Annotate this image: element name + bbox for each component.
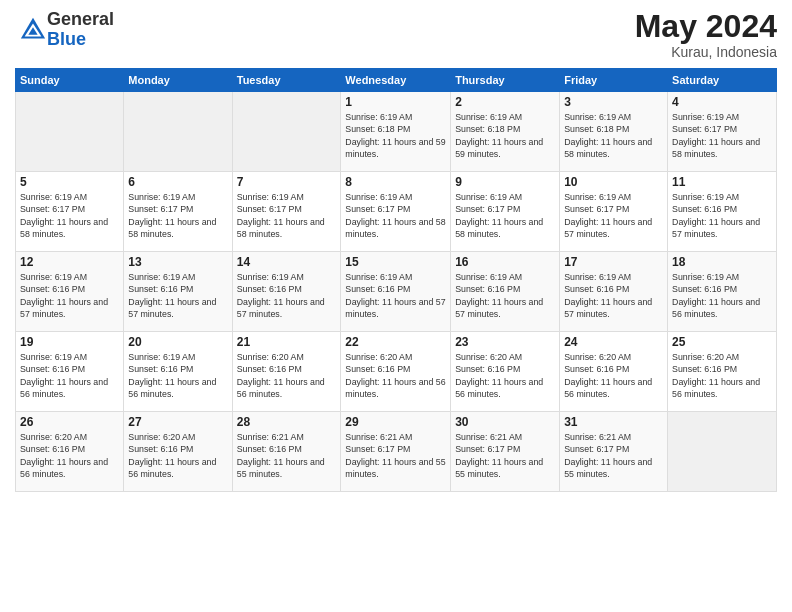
day-info: Sunrise: 6:19 AM Sunset: 6:18 PM Dayligh…: [564, 111, 663, 160]
col-wednesday: Wednesday: [341, 69, 451, 92]
day-cell: 28Sunrise: 6:21 AM Sunset: 6:16 PM Dayli…: [232, 412, 341, 492]
day-number: 8: [345, 175, 446, 189]
day-info: Sunrise: 6:21 AM Sunset: 6:17 PM Dayligh…: [455, 431, 555, 480]
day-info: Sunrise: 6:20 AM Sunset: 6:16 PM Dayligh…: [20, 431, 119, 480]
day-number: 3: [564, 95, 663, 109]
day-info: Sunrise: 6:19 AM Sunset: 6:16 PM Dayligh…: [455, 271, 555, 320]
day-cell: 13Sunrise: 6:19 AM Sunset: 6:16 PM Dayli…: [124, 252, 232, 332]
day-number: 16: [455, 255, 555, 269]
day-info: Sunrise: 6:19 AM Sunset: 6:18 PM Dayligh…: [455, 111, 555, 160]
day-info: Sunrise: 6:19 AM Sunset: 6:16 PM Dayligh…: [672, 271, 772, 320]
day-cell: 4Sunrise: 6:19 AM Sunset: 6:17 PM Daylig…: [668, 92, 777, 172]
day-info: Sunrise: 6:19 AM Sunset: 6:18 PM Dayligh…: [345, 111, 446, 160]
day-cell: 1Sunrise: 6:19 AM Sunset: 6:18 PM Daylig…: [341, 92, 451, 172]
day-cell: 18Sunrise: 6:19 AM Sunset: 6:16 PM Dayli…: [668, 252, 777, 332]
day-number: 19: [20, 335, 119, 349]
day-info: Sunrise: 6:19 AM Sunset: 6:16 PM Dayligh…: [128, 271, 227, 320]
day-number: 18: [672, 255, 772, 269]
day-info: Sunrise: 6:19 AM Sunset: 6:17 PM Dayligh…: [672, 111, 772, 160]
day-number: 30: [455, 415, 555, 429]
week-row-1: 1Sunrise: 6:19 AM Sunset: 6:18 PM Daylig…: [16, 92, 777, 172]
day-info: Sunrise: 6:19 AM Sunset: 6:16 PM Dayligh…: [564, 271, 663, 320]
day-cell: 11Sunrise: 6:19 AM Sunset: 6:16 PM Dayli…: [668, 172, 777, 252]
day-number: 29: [345, 415, 446, 429]
day-cell: 5Sunrise: 6:19 AM Sunset: 6:17 PM Daylig…: [16, 172, 124, 252]
day-number: 9: [455, 175, 555, 189]
day-info: Sunrise: 6:20 AM Sunset: 6:16 PM Dayligh…: [128, 431, 227, 480]
day-info: Sunrise: 6:21 AM Sunset: 6:17 PM Dayligh…: [345, 431, 446, 480]
day-number: 22: [345, 335, 446, 349]
day-cell: 10Sunrise: 6:19 AM Sunset: 6:17 PM Dayli…: [560, 172, 668, 252]
day-cell: 25Sunrise: 6:20 AM Sunset: 6:16 PM Dayli…: [668, 332, 777, 412]
day-info: Sunrise: 6:19 AM Sunset: 6:17 PM Dayligh…: [564, 191, 663, 240]
title-month: May 2024: [635, 10, 777, 42]
day-number: 25: [672, 335, 772, 349]
day-number: 13: [128, 255, 227, 269]
logo-blue: Blue: [47, 30, 114, 50]
day-info: Sunrise: 6:20 AM Sunset: 6:16 PM Dayligh…: [672, 351, 772, 400]
day-cell: 26Sunrise: 6:20 AM Sunset: 6:16 PM Dayli…: [16, 412, 124, 492]
logo-text: General Blue: [47, 10, 114, 50]
logo-general: General: [47, 10, 114, 30]
day-cell: 27Sunrise: 6:20 AM Sunset: 6:16 PM Dayli…: [124, 412, 232, 492]
day-number: 20: [128, 335, 227, 349]
day-cell: 6Sunrise: 6:19 AM Sunset: 6:17 PM Daylig…: [124, 172, 232, 252]
day-cell: 29Sunrise: 6:21 AM Sunset: 6:17 PM Dayli…: [341, 412, 451, 492]
day-cell: 21Sunrise: 6:20 AM Sunset: 6:16 PM Dayli…: [232, 332, 341, 412]
day-number: 12: [20, 255, 119, 269]
day-number: 5: [20, 175, 119, 189]
day-cell: 3Sunrise: 6:19 AM Sunset: 6:18 PM Daylig…: [560, 92, 668, 172]
page: General Blue May 2024 Kurau, Indonesia S…: [0, 0, 792, 612]
day-info: Sunrise: 6:19 AM Sunset: 6:17 PM Dayligh…: [237, 191, 337, 240]
day-number: 1: [345, 95, 446, 109]
title-location: Kurau, Indonesia: [635, 44, 777, 60]
week-row-3: 12Sunrise: 6:19 AM Sunset: 6:16 PM Dayli…: [16, 252, 777, 332]
day-number: 31: [564, 415, 663, 429]
day-cell: [124, 92, 232, 172]
day-cell: 20Sunrise: 6:19 AM Sunset: 6:16 PM Dayli…: [124, 332, 232, 412]
header: General Blue May 2024 Kurau, Indonesia: [15, 10, 777, 60]
col-friday: Friday: [560, 69, 668, 92]
day-cell: 30Sunrise: 6:21 AM Sunset: 6:17 PM Dayli…: [451, 412, 560, 492]
day-number: 6: [128, 175, 227, 189]
day-info: Sunrise: 6:19 AM Sunset: 6:16 PM Dayligh…: [237, 271, 337, 320]
day-cell: 22Sunrise: 6:20 AM Sunset: 6:16 PM Dayli…: [341, 332, 451, 412]
day-cell: 12Sunrise: 6:19 AM Sunset: 6:16 PM Dayli…: [16, 252, 124, 332]
day-number: 14: [237, 255, 337, 269]
day-info: Sunrise: 6:19 AM Sunset: 6:16 PM Dayligh…: [20, 351, 119, 400]
day-cell: 2Sunrise: 6:19 AM Sunset: 6:18 PM Daylig…: [451, 92, 560, 172]
day-number: 21: [237, 335, 337, 349]
day-info: Sunrise: 6:19 AM Sunset: 6:16 PM Dayligh…: [128, 351, 227, 400]
week-row-2: 5Sunrise: 6:19 AM Sunset: 6:17 PM Daylig…: [16, 172, 777, 252]
day-number: 17: [564, 255, 663, 269]
day-info: Sunrise: 6:19 AM Sunset: 6:17 PM Dayligh…: [345, 191, 446, 240]
day-info: Sunrise: 6:19 AM Sunset: 6:17 PM Dayligh…: [20, 191, 119, 240]
day-cell: 31Sunrise: 6:21 AM Sunset: 6:17 PM Dayli…: [560, 412, 668, 492]
col-thursday: Thursday: [451, 69, 560, 92]
calendar-table: Sunday Monday Tuesday Wednesday Thursday…: [15, 68, 777, 492]
day-cell: 23Sunrise: 6:20 AM Sunset: 6:16 PM Dayli…: [451, 332, 560, 412]
col-sunday: Sunday: [16, 69, 124, 92]
day-number: 11: [672, 175, 772, 189]
day-cell: 16Sunrise: 6:19 AM Sunset: 6:16 PM Dayli…: [451, 252, 560, 332]
day-number: 10: [564, 175, 663, 189]
day-info: Sunrise: 6:20 AM Sunset: 6:16 PM Dayligh…: [455, 351, 555, 400]
day-cell: 14Sunrise: 6:19 AM Sunset: 6:16 PM Dayli…: [232, 252, 341, 332]
col-saturday: Saturday: [668, 69, 777, 92]
header-row: Sunday Monday Tuesday Wednesday Thursday…: [16, 69, 777, 92]
day-number: 15: [345, 255, 446, 269]
day-info: Sunrise: 6:19 AM Sunset: 6:16 PM Dayligh…: [20, 271, 119, 320]
day-cell: [232, 92, 341, 172]
day-cell: 15Sunrise: 6:19 AM Sunset: 6:16 PM Dayli…: [341, 252, 451, 332]
day-number: 4: [672, 95, 772, 109]
day-number: 2: [455, 95, 555, 109]
day-number: 27: [128, 415, 227, 429]
logo-icon: [19, 16, 47, 44]
day-cell: [16, 92, 124, 172]
day-cell: 24Sunrise: 6:20 AM Sunset: 6:16 PM Dayli…: [560, 332, 668, 412]
day-info: Sunrise: 6:20 AM Sunset: 6:16 PM Dayligh…: [564, 351, 663, 400]
logo: General Blue: [15, 10, 114, 50]
day-info: Sunrise: 6:19 AM Sunset: 6:17 PM Dayligh…: [455, 191, 555, 240]
day-cell: 7Sunrise: 6:19 AM Sunset: 6:17 PM Daylig…: [232, 172, 341, 252]
col-tuesday: Tuesday: [232, 69, 341, 92]
